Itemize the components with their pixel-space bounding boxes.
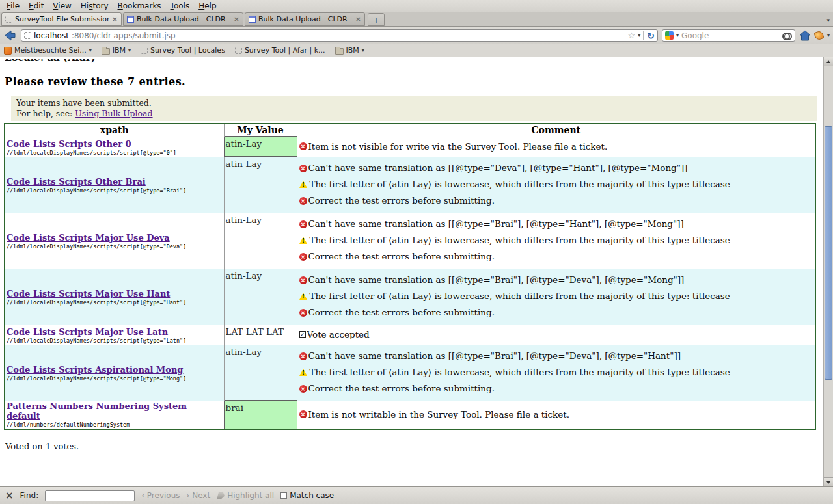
- xpath-link[interactable]: Code Lists Scripts Major Use Deva: [7, 233, 170, 243]
- tab-bar: SurveyTool File Submission | ...×Bulk Da…: [0, 12, 833, 27]
- xpath-link[interactable]: Code Lists Scripts Aspirational Mong: [7, 365, 183, 375]
- scroll-down-button[interactable]: [824, 477, 833, 486]
- xpath-link[interactable]: Code Lists Scripts Other Brai: [7, 177, 146, 187]
- my-value: atin-Lay: [226, 271, 262, 281]
- review-table: xpath My Value Comment Code Lists Script…: [4, 123, 816, 430]
- xpath-cell: Code Lists Scripts Other 0//ldml/localeD…: [5, 137, 224, 157]
- xpath-path: //ldml/localeDisplayNames/scripts/script…: [7, 299, 223, 306]
- tab-title: Bulk Data Upload - CLDR - Un...: [137, 15, 231, 23]
- toolbar-overflow-chevron-icon[interactable]: ▾: [827, 33, 830, 38]
- bookmark-4[interactable]: Survey Tool | Afar | k...: [235, 46, 325, 55]
- value-cell: atin-Lay: [224, 157, 297, 213]
- placeholder-favicon-icon: [5, 16, 12, 23]
- using-bulk-upload-link[interactable]: Using Bulk Upload: [75, 109, 152, 118]
- tab-3[interactable]: Bulk Data Upload - CLDR - Un...×: [245, 12, 365, 26]
- bookmark-label: Survey Tool | Locales: [150, 46, 225, 55]
- comment-text: Vote accepted: [307, 330, 370, 339]
- menu-help[interactable]: Help: [195, 1, 221, 11]
- chevron-down-icon[interactable]: ▾: [89, 48, 92, 53]
- chevron-down-icon[interactable]: ▾: [128, 48, 131, 53]
- menu-history[interactable]: History: [77, 1, 114, 11]
- error-icon: ×: [299, 253, 307, 261]
- home-icon: [799, 30, 811, 41]
- error-icon: ×: [299, 197, 307, 205]
- my-value: brai: [226, 403, 243, 413]
- tab-list-chevron-icon[interactable]: ▾: [826, 17, 830, 23]
- bookmark-2[interactable]: IBM▾: [102, 46, 131, 55]
- comment-cell: ✓Vote accepted: [297, 325, 815, 345]
- comment-text: Correct the test errors before submittin…: [308, 196, 495, 206]
- match-case-label: Match case: [290, 491, 334, 500]
- value-cell: atin-Lay: [224, 345, 297, 401]
- xpath-path: //ldml/localeDisplayNames/scripts/script…: [7, 243, 223, 250]
- column-header-comment: Comment: [297, 124, 815, 137]
- find-input[interactable]: [45, 490, 135, 501]
- arrow-down-icon: [826, 481, 830, 484]
- search-bar[interactable]: ▾ Google: [662, 29, 795, 42]
- menu-bar: FileEditViewHistoryBookmarksToolsHelp: [0, 0, 833, 12]
- xpath-cell: Patterns Numbers Numbering System defaul…: [5, 401, 224, 429]
- search-engine-chevron-icon[interactable]: ▾: [676, 33, 679, 38]
- comment-text: Correct the test errors before submittin…: [308, 308, 495, 317]
- vertical-scrollbar[interactable]: [823, 57, 833, 486]
- notice-help-prefix: For help, see:: [16, 109, 75, 118]
- window-favicon-icon: [249, 16, 256, 23]
- chevron-down-icon[interactable]: ▾: [362, 48, 364, 53]
- highlight-all-button[interactable]: Highlight all: [217, 491, 274, 500]
- xpath-cell: Code Lists Scripts Aspirational Mong//ld…: [5, 345, 224, 401]
- menu-bookmarks[interactable]: Bookmarks: [114, 1, 167, 11]
- comment-text: Correct the test errors before submittin…: [308, 252, 495, 261]
- xpath-link[interactable]: Code Lists Scripts Major Use Hant: [7, 289, 170, 298]
- bookmark-1[interactable]: Meistbesuchte Sei...▾: [4, 46, 92, 55]
- scroll-up-button[interactable]: [824, 57, 833, 66]
- url-host: localhost: [34, 31, 69, 40]
- tab-strip: SurveyTool File Submission | ...×Bulk Da…: [1, 12, 821, 26]
- menu-file[interactable]: File: [3, 1, 25, 11]
- xpath-link[interactable]: Patterns Numbers Numbering System defaul…: [7, 401, 223, 421]
- comment-line: ×Correct the test errors before submitti…: [299, 384, 815, 393]
- back-button[interactable]: [3, 29, 17, 42]
- comment-line: ×Correct the test errors before submitti…: [299, 252, 815, 261]
- review-table-body: Code Lists Scripts Other 0//ldml/localeD…: [5, 137, 815, 429]
- comment-line: ×Correct the test errors before submitti…: [299, 308, 815, 317]
- error-icon: ×: [299, 142, 307, 150]
- scrollbar-track[interactable]: [824, 66, 833, 477]
- bookmark-label: IBM: [346, 46, 359, 55]
- find-next-button[interactable]: › Next: [187, 491, 211, 500]
- xpath-path: //ldml/numbers/defaultNumberingSystem: [7, 421, 223, 428]
- scrollbar-thumb[interactable]: [825, 126, 832, 380]
- bookmark-star-icon[interactable]: ☆: [628, 31, 636, 40]
- tab-close-icon[interactable]: ×: [234, 15, 239, 23]
- bookmark-3[interactable]: Survey Tool | Locales: [141, 46, 225, 55]
- tab-2[interactable]: Bulk Data Upload - CLDR - Un...×: [123, 12, 243, 26]
- find-close-icon[interactable]: ×: [5, 491, 14, 501]
- extension-icon[interactable]: [813, 30, 824, 40]
- url-bar[interactable]: localhost :8080/cldr-apps/submit.jsp ☆ ▾…: [21, 29, 658, 42]
- value-cell: atin-Lay: [224, 137, 297, 157]
- menu-tools[interactable]: Tools: [167, 1, 195, 11]
- find-previous-button[interactable]: ‹ Previous: [141, 491, 180, 500]
- url-dropdown-chevron-icon[interactable]: ▾: [638, 33, 640, 38]
- new-tab-button[interactable]: +: [368, 13, 385, 26]
- google-logo-icon: [665, 31, 674, 40]
- tab-close-icon[interactable]: ×: [355, 15, 361, 23]
- xpath-cell: Code Lists Scripts Major Use Hant//ldml/…: [5, 269, 224, 325]
- menu-view[interactable]: View: [49, 1, 76, 11]
- menu-edit[interactable]: Edit: [25, 1, 49, 11]
- tab-1[interactable]: SurveyTool File Submission | ...×: [1, 12, 122, 26]
- comment-line: ×Item is not visible for write via the S…: [299, 142, 815, 152]
- match-case-checkbox[interactable]: Match case: [280, 491, 334, 500]
- reload-icon[interactable]: ↻: [643, 31, 655, 40]
- comment-line: The first letter of ⟨atin-Lay⟩ is lowerc…: [299, 291, 815, 301]
- bookmark-5[interactable]: IBM▾: [335, 46, 364, 55]
- comment-text: Can't have same translation as [[@type="…: [308, 351, 681, 361]
- xpath-link[interactable]: Code Lists Scripts Major Use Latn: [7, 327, 168, 337]
- tab-close-icon[interactable]: ×: [112, 15, 118, 23]
- error-icon: ×: [299, 352, 307, 360]
- find-toolbar: × Find: ‹ Previous › Next Highlight all …: [0, 486, 833, 504]
- home-button[interactable]: [799, 30, 811, 41]
- table-row: Code Lists Scripts Major Use Hant//ldml/…: [5, 269, 815, 325]
- xpath-cell: Code Lists Scripts Major Use Deva//ldml/…: [5, 213, 224, 269]
- xpath-link[interactable]: Code Lists Scripts Other 0: [7, 139, 131, 149]
- highlight-all-label: Highlight all: [227, 491, 274, 500]
